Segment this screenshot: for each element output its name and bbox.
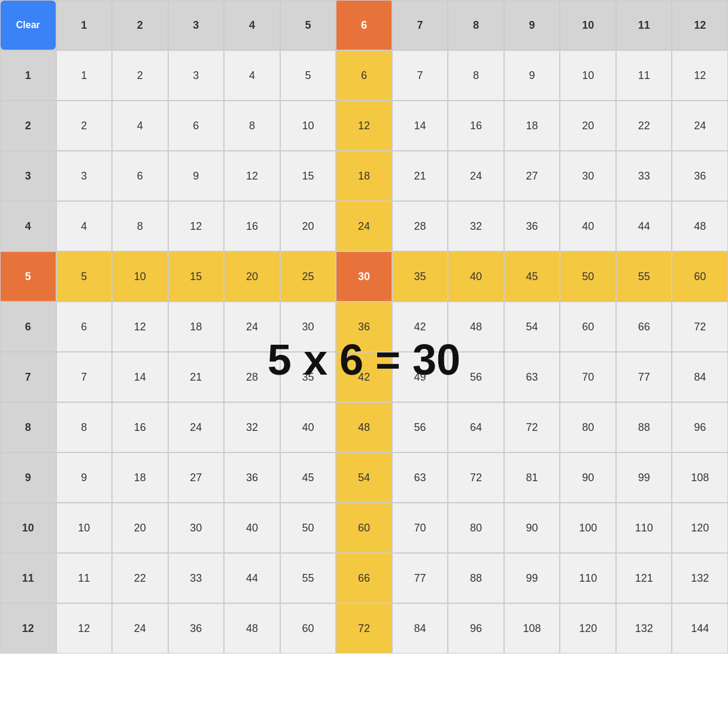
col-header-10: 10 <box>560 0 616 50</box>
cell-r3-c6: 18 <box>336 151 392 201</box>
cell-r11-c8: 88 <box>448 553 504 603</box>
cell-r1-c3: 3 <box>168 50 225 101</box>
cell-r1-c7: 7 <box>392 50 448 101</box>
cell-r4-c3: 12 <box>168 201 225 251</box>
cell-r8-c3: 24 <box>168 402 225 452</box>
row-header-12: 12 <box>0 603 56 654</box>
cell-r8-c10: 80 <box>560 402 616 452</box>
cell-r7-c9: 63 <box>504 352 560 402</box>
cell-r9-c5: 45 <box>280 452 336 503</box>
col-header-11: 11 <box>616 0 672 50</box>
cell-r3-c11: 33 <box>616 151 672 201</box>
row-header-4: 4 <box>0 201 56 251</box>
col-header-4: 4 <box>224 0 280 50</box>
cell-r7-c4: 28 <box>224 352 280 402</box>
clear-button[interactable]: Clear <box>1 1 56 50</box>
cell-r11-c5: 55 <box>280 553 336 603</box>
cell-r4-c11: 44 <box>616 201 672 251</box>
cell-r2-c5: 10 <box>280 101 336 151</box>
cell-r10-c1: 10 <box>56 503 113 553</box>
cell-r6-c11: 66 <box>616 302 672 352</box>
cell-r7-c5: 35 <box>280 352 336 402</box>
cell-r3-c9: 27 <box>504 151 560 201</box>
col-header-9: 9 <box>504 0 560 50</box>
cell-r10-c3: 30 <box>168 503 225 553</box>
row-header-10: 10 <box>0 503 56 553</box>
cell-r3-c2: 6 <box>112 151 168 201</box>
cell-r9-c8: 72 <box>448 452 504 503</box>
cell-r5-c2: 10 <box>112 251 168 302</box>
cell-r10-c9: 90 <box>504 503 560 553</box>
cell-r11-c12: 132 <box>672 553 728 603</box>
cell-r11-c1: 11 <box>56 553 113 603</box>
cell-r7-c2: 14 <box>112 352 168 402</box>
cell-r4-c6: 24 <box>336 201 392 251</box>
cell-r4-c12: 48 <box>672 201 728 251</box>
cell-r2-c9: 18 <box>504 101 560 151</box>
cell-r2-c2: 4 <box>112 101 168 151</box>
cell-r2-c11: 22 <box>616 101 672 151</box>
cell-r3-c3: 9 <box>168 151 225 201</box>
cell-r8-c2: 16 <box>112 402 168 452</box>
cell-r5-c10: 50 <box>560 251 616 302</box>
cell-r10-c2: 20 <box>112 503 168 553</box>
cell-r8-c8: 64 <box>448 402 504 452</box>
row-header-2: 2 <box>0 101 56 151</box>
cell-r4-c8: 32 <box>448 201 504 251</box>
cell-r12-c11: 132 <box>616 603 672 654</box>
cell-r12-c4: 48 <box>224 603 280 654</box>
cell-r6-c5: 30 <box>280 302 336 352</box>
cell-r6-c3: 18 <box>168 302 225 352</box>
cell-r10-c7: 70 <box>392 503 448 553</box>
cell-r3-c8: 24 <box>448 151 504 201</box>
cell-r5-c12: 60 <box>672 251 728 302</box>
cell-r6-c12: 72 <box>672 302 728 352</box>
cell-r12-c7: 84 <box>392 603 448 654</box>
cell-r8-c12: 96 <box>672 402 728 452</box>
cell-r6-c1: 6 <box>56 302 113 352</box>
cell-r5-c6: 30 <box>336 251 392 302</box>
cell-r8-c1: 8 <box>56 402 113 452</box>
cell-r5-c7: 35 <box>392 251 448 302</box>
cell-r9-c10: 90 <box>560 452 616 503</box>
cell-r3-c1: 3 <box>56 151 113 201</box>
cell-r2-c1: 2 <box>56 101 113 151</box>
cell-r12-c8: 96 <box>448 603 504 654</box>
cell-r8-c9: 72 <box>504 402 560 452</box>
cell-r7-c11: 77 <box>616 352 672 402</box>
cell-r6-c2: 12 <box>112 302 168 352</box>
cell-r12-c1: 12 <box>56 603 113 654</box>
cell-r1-c6: 6 <box>336 50 392 101</box>
cell-r9-c2: 18 <box>112 452 168 503</box>
row-header-8: 8 <box>0 402 56 452</box>
row-header-6: 6 <box>0 302 56 352</box>
cell-r11-c9: 99 <box>504 553 560 603</box>
cell-r1-c2: 2 <box>112 50 168 101</box>
cell-r9-c1: 9 <box>56 452 113 503</box>
row-header-5: 5 <box>0 251 56 302</box>
cell-r1-c4: 4 <box>224 50 280 101</box>
cell-r3-c12: 36 <box>672 151 728 201</box>
cell-r6-c10: 60 <box>560 302 616 352</box>
col-header-12: 12 <box>672 0 728 50</box>
cell-r4-c7: 28 <box>392 201 448 251</box>
cell-r4-c10: 40 <box>560 201 616 251</box>
cell-r7-c12: 84 <box>672 352 728 402</box>
cell-r5-c11: 55 <box>616 251 672 302</box>
cell-r1-c8: 8 <box>448 50 504 101</box>
cell-r11-c3: 33 <box>168 553 225 603</box>
cell-r8-c6: 48 <box>336 402 392 452</box>
cell-r3-c7: 21 <box>392 151 448 201</box>
cell-r8-c7: 56 <box>392 402 448 452</box>
cell-r6-c7: 42 <box>392 302 448 352</box>
cell-r7-c1: 7 <box>56 352 113 402</box>
cell-r9-c12: 108 <box>672 452 728 503</box>
col-header-7: 7 <box>392 0 448 50</box>
cell-r9-c11: 99 <box>616 452 672 503</box>
cell-r1-c1: 1 <box>56 50 113 101</box>
cell-r11-c10: 110 <box>560 553 616 603</box>
cell-r9-c9: 81 <box>504 452 560 503</box>
cell-r2-c12: 24 <box>672 101 728 151</box>
cell-r4-c9: 36 <box>504 201 560 251</box>
cell-r8-c4: 32 <box>224 402 280 452</box>
